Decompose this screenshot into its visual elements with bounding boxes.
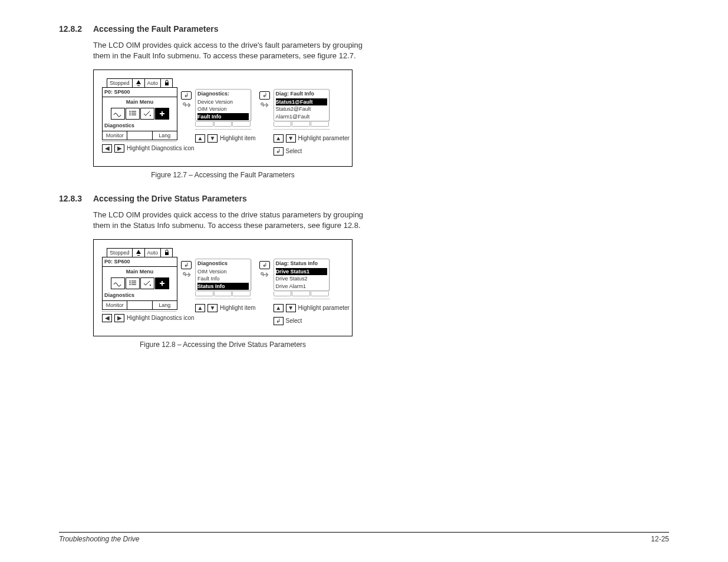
p0-label: P0: SP600	[103, 88, 177, 97]
diagnostics-panel: Diagnostics: Device Version OIM Version …	[195, 78, 256, 143]
panel2-row: OIM Version	[197, 105, 249, 113]
oim-screen: Stopped Auto P0: SP600 Main Menu	[102, 78, 177, 153]
up-key-icon: ▲	[274, 304, 284, 312]
down-key-icon: ▼	[207, 134, 218, 143]
panel3-title: Diag: Fault Info	[276, 90, 327, 98]
down-key-icon: ▼	[286, 134, 296, 143]
panel3-row: Alarm1@Fault	[276, 113, 327, 121]
diagnostics-label: Diagnostics	[103, 121, 177, 131]
panel3-row: Status2@Fault	[276, 105, 327, 113]
curved-arrow-icon: ↬	[182, 101, 191, 109]
panel3-row: Drive Status2	[276, 275, 327, 283]
panel2-row: Fault Info	[197, 275, 249, 283]
figure-caption: Figure 12.7 – Accessing the Fault Parame…	[93, 170, 353, 180]
legend-select: Select	[286, 147, 302, 156]
panel3-row-highlight: Status1@Fault	[276, 98, 327, 106]
plus-icon	[155, 277, 169, 289]
right-key-icon: ▶	[114, 144, 124, 153]
svg-point-1	[150, 115, 151, 116]
softkey-lang: Lang	[153, 301, 177, 310]
arrow-connector: ↲ ↬	[181, 261, 192, 279]
check-icon	[140, 277, 154, 289]
arrow-connector: ↲ ↬	[259, 91, 270, 109]
enter-key-icon: ↲	[274, 317, 284, 325]
up-key-icon: ▲	[195, 134, 205, 143]
legend-highlight-param: Highlight parameter	[298, 134, 350, 143]
status-auto: Auto	[145, 248, 162, 257]
diagnostics-label: Diagnostics	[103, 291, 177, 300]
panel3-row-highlight: Drive Status1	[276, 268, 327, 276]
section-body: The LCD OIM provides quick access to the…	[93, 210, 364, 231]
softkey-monitor: Monitor	[103, 131, 127, 140]
enter-key-icon: ↲	[274, 147, 284, 156]
down-key-icon: ▼	[286, 304, 296, 312]
enter-key-icon: ↲	[259, 261, 270, 269]
list-icon	[126, 277, 140, 289]
check-icon	[140, 108, 154, 120]
up-key-icon: ▲	[274, 134, 284, 143]
diagnostics-panel: Diagnostics OIM Version Fault Info Statu…	[195, 248, 256, 312]
main-menu-label: Main Menu	[103, 267, 177, 278]
section-title: Accessing the Fault Parameters	[93, 24, 218, 35]
section-number: 12.8.2	[59, 24, 87, 35]
panel2-title: Diagnostics	[197, 260, 249, 268]
panel3-row: Drive Alarm1	[276, 283, 327, 290]
wave-icon	[111, 277, 125, 289]
arrow-connector: ↲ ↬	[181, 91, 192, 109]
legend-highlight-param: Highlight parameter	[298, 304, 350, 312]
down-key-icon: ▼	[207, 304, 218, 312]
oim-screen: Stopped Auto P0: SP600 Main Menu	[102, 248, 177, 322]
arrow-connector: ↲ ↬	[259, 261, 270, 279]
softkey-monitor: Monitor	[103, 301, 127, 310]
curved-arrow-icon: ↬	[182, 270, 191, 279]
wave-icon	[111, 108, 125, 120]
main-menu-label: Main Menu	[103, 97, 177, 108]
curved-arrow-icon: ↬	[260, 101, 269, 109]
softkey-empty	[127, 131, 152, 140]
left-key-icon: ◀	[102, 314, 112, 322]
section-body: The LCD OIM provides quick access to the…	[93, 40, 364, 61]
fault-info-panel: Diag: Fault Info Status1@Fault Status2@F…	[274, 78, 350, 156]
alarm-icon	[133, 249, 145, 257]
panel2-row: Device Version	[197, 98, 249, 106]
up-key-icon: ▲	[195, 304, 205, 312]
softkey-empty	[127, 301, 152, 310]
right-key-icon: ▶	[114, 314, 124, 322]
softkey-lang: Lang	[153, 131, 177, 140]
lock-icon	[161, 249, 173, 257]
svg-rect-0	[165, 82, 169, 85]
svg-rect-2	[165, 252, 169, 255]
section-number: 12.8.3	[59, 193, 87, 205]
legend-highlight-diag: Highlight Diagnostics icon	[127, 314, 195, 322]
lock-icon	[161, 79, 173, 87]
status-stopped: Stopped	[107, 248, 133, 257]
panel3-title: Diag: Status Info	[276, 260, 327, 268]
section-title: Accessing the Drive Status Parameters	[93, 193, 247, 205]
svg-point-3	[150, 285, 151, 286]
p0-label: P0: SP600	[103, 257, 177, 267]
legend-select: Select	[286, 317, 302, 325]
legend-highlight-item: Highlight item	[220, 304, 256, 312]
panel2-title: Diagnostics:	[197, 90, 249, 98]
plus-icon	[155, 108, 169, 120]
curved-arrow-icon: ↬	[260, 270, 269, 279]
status-auto: Auto	[145, 78, 162, 88]
panel2-row-highlight: Fault Info	[197, 113, 249, 121]
figure-caption: Figure 12.8 – Accessing the Drive Status…	[93, 340, 353, 350]
list-icon	[126, 108, 140, 120]
left-key-icon: ◀	[102, 144, 112, 153]
figure-12-7: Stopped Auto P0: SP600 Main Menu	[93, 70, 353, 167]
alarm-icon	[133, 79, 145, 87]
enter-key-icon: ↲	[259, 91, 270, 100]
enter-key-icon: ↲	[181, 261, 192, 269]
enter-key-icon: ↲	[181, 91, 192, 100]
status-info-panel: Diag: Status Info Drive Status1 Drive St…	[274, 248, 350, 325]
status-stopped: Stopped	[107, 78, 133, 88]
figure-12-8: Stopped Auto P0: SP600 Main Menu	[93, 239, 353, 336]
panel2-row: OIM Version	[197, 268, 249, 276]
panel2-row-highlight: Status Info	[197, 283, 249, 290]
legend-highlight-diag: Highlight Diagnostics icon	[127, 144, 195, 153]
legend-highlight-item: Highlight item	[220, 134, 256, 143]
